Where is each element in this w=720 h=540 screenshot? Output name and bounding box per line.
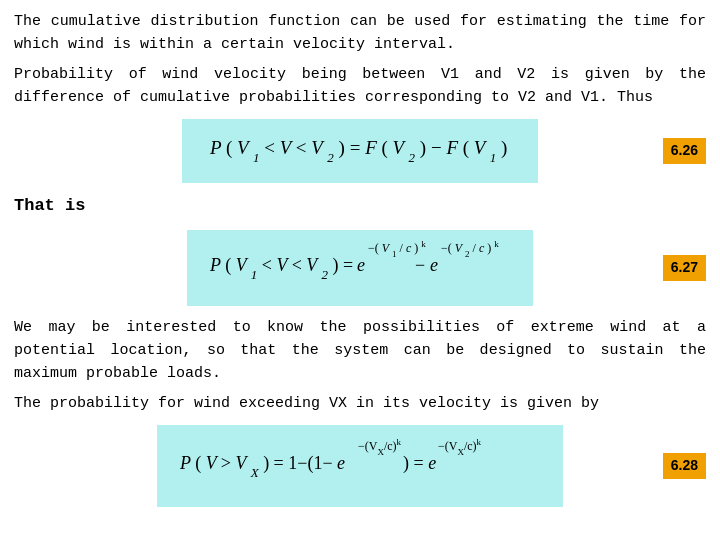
svg-text:P
          (
          V
    : P ( V 1 < V < V 2 ) = F ( V 2 ) − F <box>209 137 507 165</box>
svg-text:e: e <box>357 255 365 275</box>
formula-number-2: 6.27 <box>663 255 706 281</box>
formula-row-3: P ( V > V X ) = 1−(1− e −(VX/c)k ) = e <box>14 425 706 507</box>
formula-number-1: 6.26 <box>663 138 706 164</box>
svg-text:−(
          V
          2
   : −( V 2 / c ) k <box>441 239 499 259</box>
formula-1-svg: P ( V 1 < V < V 2 ) = F ( V 2 ) − F <box>200 127 520 167</box>
paragraph-4: The probability for wind exceeding VX in… <box>14 392 706 415</box>
svg-text:P
          (
          V
    : P ( V > V X ) = 1−(1− e <box>179 453 345 480</box>
main-content: The cumulative distribution function can… <box>14 10 706 507</box>
paragraph-3: We may be interested to know the possibi… <box>14 316 706 386</box>
paragraph-2: Probability of wind velocity being betwe… <box>14 63 706 110</box>
paragraph-1: The cumulative distribution function can… <box>14 10 706 57</box>
svg-text:P
          (
          V
    : P ( V 1 < V < V 2 ) = <box>209 255 353 282</box>
svg-text:e: e <box>430 255 438 275</box>
formula-3-svg: P ( V > V X ) = 1−(1− e −(VX/c)k ) = e <box>175 433 545 491</box>
formula-3: P ( V > V X ) = 1−(1− e −(VX/c)k ) = e <box>157 425 563 507</box>
formula-row-2: P ( V 1 < V < V 2 ) = e −( <box>14 230 706 306</box>
svg-text:−(VX/c)k: −(VX/c)k <box>438 437 482 457</box>
svg-text:) = e: ) = e <box>403 453 436 474</box>
formula-number-3: 6.28 <box>663 453 706 479</box>
svg-text:−: − <box>415 255 425 275</box>
that-is-label: That is <box>14 193 706 219</box>
formula-2-svg: P ( V 1 < V < V 2 ) = e −( <box>205 238 515 290</box>
formula-1: P ( V 1 < V < V 2 ) = F ( V 2 ) − F <box>182 119 538 183</box>
formula-row-1: P ( V 1 < V < V 2 ) = F ( V 2 ) − F <box>14 119 706 183</box>
svg-text:−(VX/c)k: −(VX/c)k <box>358 437 402 457</box>
formula-2: P ( V 1 < V < V 2 ) = e −( <box>187 230 533 306</box>
